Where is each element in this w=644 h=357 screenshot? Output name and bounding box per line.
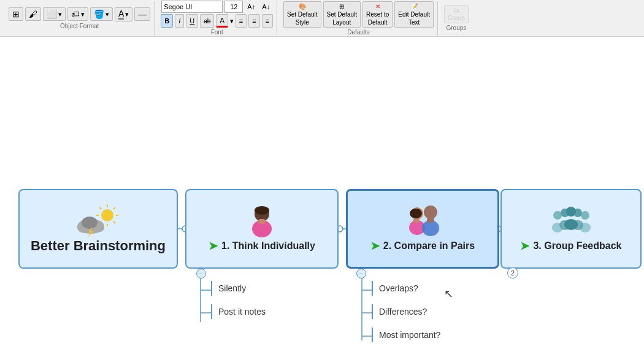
person-icon bbox=[243, 205, 280, 239]
node-brainstorm[interactable]: Better Brainstorming bbox=[18, 189, 178, 269]
svg-rect-34 bbox=[413, 218, 420, 223]
bullets-step1: Silently Post it notes bbox=[211, 281, 266, 319]
pair-icon bbox=[400, 205, 446, 239]
edit-default-text-button[interactable]: 📝Edit DefaultText bbox=[394, 1, 434, 28]
svg-point-32 bbox=[410, 209, 422, 218]
step1-arrow-icon: ➤ bbox=[209, 239, 218, 253]
svg-point-38 bbox=[553, 211, 562, 220]
bullet-step2-2: Most important? bbox=[372, 328, 440, 342]
align-right-button[interactable]: ≡ bbox=[262, 14, 273, 28]
svg-line-20 bbox=[113, 207, 115, 209]
step3-arrow-icon: ➤ bbox=[520, 239, 529, 253]
format-painter-button[interactable]: 🖌 bbox=[25, 7, 41, 21]
node-step1[interactable]: ➤ 1. Think Individually bbox=[185, 189, 339, 269]
storm-icon bbox=[74, 204, 123, 238]
badge-step3: 2 bbox=[507, 267, 518, 278]
italic-button[interactable]: I bbox=[175, 14, 184, 28]
svg-point-47 bbox=[564, 219, 578, 230]
svg-point-40 bbox=[581, 211, 589, 220]
group-button[interactable]: 🗂Group bbox=[444, 5, 469, 23]
step2-arrow-icon: ➤ bbox=[370, 239, 380, 253]
set-default-layout-button[interactable]: ⊞Set DefaultLayout bbox=[323, 1, 361, 28]
brainstorm-title: Better Brainstorming bbox=[31, 238, 166, 254]
step2-text: 2. Compare in Pairs bbox=[383, 240, 475, 251]
step1-text: 1. Think Individually bbox=[221, 240, 315, 251]
collapse-step2[interactable]: − bbox=[356, 269, 366, 278]
step3-text: 3. Group Feedback bbox=[533, 240, 621, 251]
bullet-step2-1: Differences? bbox=[372, 304, 440, 319]
align-left-button[interactable]: ≡ bbox=[236, 14, 247, 28]
svg-point-25 bbox=[82, 217, 98, 229]
line-button[interactable]: — bbox=[134, 7, 150, 21]
topic-style-button[interactable]: 🏷▾ bbox=[67, 7, 88, 21]
step2-label: ➤ 2. Compare in Pairs bbox=[370, 239, 475, 253]
reset-to-default-button[interactable]: ✕Reset toDefault bbox=[362, 1, 393, 28]
svg-point-35 bbox=[424, 205, 437, 219]
groups-label: Groups bbox=[446, 25, 466, 31]
svg-line-19 bbox=[113, 221, 115, 223]
group-icon bbox=[548, 205, 594, 239]
object-format-label: Object Format bbox=[60, 23, 99, 29]
canvas: Better Brainstorming ➤ 1. Think Individu… bbox=[0, 37, 644, 357]
step1-label: ➤ 1. Think Individually bbox=[209, 239, 315, 253]
fill-color-button[interactable]: 🪣▾ bbox=[90, 7, 113, 21]
strikethrough-button[interactable]: ab bbox=[200, 14, 214, 28]
align-center-button[interactable]: ≡ bbox=[248, 14, 259, 28]
font-size-up-button[interactable]: A↑ bbox=[245, 2, 258, 12]
svg-point-28 bbox=[255, 206, 269, 215]
defaults-label: Defaults bbox=[347, 29, 370, 36]
step3-label: ➤ 3. Group Feedback bbox=[520, 239, 621, 253]
svg-rect-37 bbox=[427, 218, 434, 223]
svg-line-18 bbox=[99, 207, 101, 209]
collapse-step1[interactable]: − bbox=[196, 269, 206, 278]
font-label: Font bbox=[211, 29, 223, 36]
svg-point-13 bbox=[101, 209, 113, 221]
toolbar-section-groups: 🗂Group Groups bbox=[440, 1, 472, 36]
toolbar-section-font: A↑ A↓ B I U ab A▾ ≡ ≡ ≡ Font bbox=[157, 1, 277, 36]
bullets-step2: Overlaps? Differences? Most important? bbox=[372, 281, 440, 342]
font-color-button[interactable]: A bbox=[216, 14, 228, 28]
bullet-step1-0: Silently bbox=[211, 281, 266, 296]
match-width-button[interactable]: ⊞ bbox=[9, 7, 23, 21]
line-color-button[interactable]: A▾ bbox=[115, 7, 132, 21]
font-size-input[interactable] bbox=[224, 1, 243, 13]
toolbar-section-defaults: 🎨Set DefaultStyle ⊞Set DefaultLayout ✕Re… bbox=[280, 1, 438, 36]
topic-shape-button[interactable]: ⬜▾ bbox=[43, 7, 66, 21]
node-step3[interactable]: ➤ 3. Group Feedback bbox=[500, 189, 642, 269]
font-size-down-button[interactable]: A↓ bbox=[259, 2, 272, 12]
cursor-icon: ↖ bbox=[444, 287, 453, 301]
bullet-step1-1: Post it notes bbox=[211, 304, 266, 319]
svg-rect-30 bbox=[258, 219, 266, 224]
toolbar: ⊞ 🖌 ⬜▾ 🏷▾ 🪣▾ A▾ — Object Format bbox=[0, 0, 644, 37]
font-name-input[interactable] bbox=[161, 1, 223, 13]
bold-button[interactable]: B bbox=[161, 14, 173, 28]
svg-point-46 bbox=[566, 207, 576, 217]
node-step2[interactable]: ➤ 2. Compare in Pairs bbox=[346, 189, 499, 269]
toolbar-section-object-format: ⊞ 🖌 ⬜▾ 🏷▾ 🪣▾ A▾ — Object Format bbox=[5, 1, 155, 36]
bullet-step2-0: Overlaps? bbox=[372, 281, 440, 296]
underline-button[interactable]: U bbox=[186, 14, 198, 28]
set-default-style-button[interactable]: 🎨Set DefaultStyle bbox=[283, 1, 321, 28]
